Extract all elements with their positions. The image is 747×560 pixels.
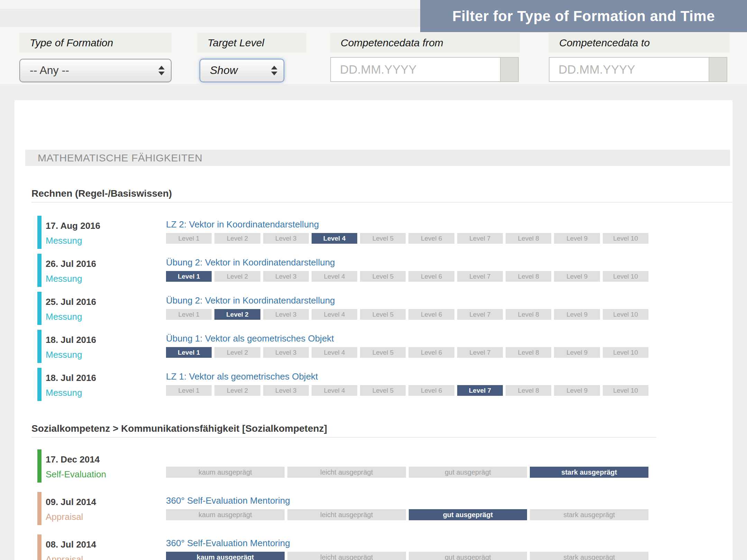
group-title: Rechnen (Regel-/Basiswissen) (31, 188, 732, 199)
level-pill: Level 10 (603, 309, 648, 320)
target-level-value: Show (210, 64, 238, 76)
entry-title-link[interactable]: Übung 2: Vektor in Koordinatendarstellun… (166, 257, 732, 271)
level-pill: Level 8 (506, 271, 551, 282)
entry-type-bar (37, 534, 42, 560)
level-pill: Level 2 (214, 385, 260, 396)
entry-main: Übung 2: Vektor in Koordinatendarstellun… (166, 292, 732, 325)
entry-date: 25. Jul 2016 (46, 297, 166, 307)
level-pill: Level 6 (408, 309, 454, 320)
level-pill: Level 1 (166, 233, 212, 244)
level-scale: kaum ausgeprägtleicht ausgeprägtgut ausg… (166, 552, 648, 560)
level-pill: Level 4 (312, 309, 357, 320)
competence-profile-page: Filter for Type of Formation and Time Ty… (0, 0, 747, 560)
competence-groups: Rechnen (Regel-/Basiswissen) 17. Aug 201… (15, 188, 732, 560)
group-divider (31, 437, 656, 438)
entry-date: 18. Jul 2016 (46, 373, 166, 383)
entry-type-bar (37, 254, 42, 287)
level-pill: Level 6 (408, 385, 454, 396)
group-title: Sozialkompetenz > Kommunikationsfähigkei… (31, 423, 732, 434)
entry-meta: 17. Dec 2014 Self-Evaluation (42, 449, 166, 483)
entry-main: kaum ausgeprägtleicht ausgeprägtgut ausg… (166, 449, 732, 483)
entry-title-link[interactable]: LZ 1: Vektor als geometrisches Objekt (166, 371, 732, 385)
entry-title-link (166, 453, 732, 467)
entry-main: LZ 2: Vektor in Koordinatendarstellung L… (166, 216, 732, 249)
date-to-input[interactable] (550, 58, 709, 81)
level-pill: Level 8 (506, 385, 551, 396)
level-pill: Level 5 (360, 271, 406, 282)
entry-date: 17. Dec 2014 (46, 454, 166, 465)
level-pill: Level 8 (506, 309, 551, 320)
spinner-arrows-icon (158, 66, 165, 75)
section-header: MATHEMATISCHE FÄHIGKEITEN (25, 150, 730, 166)
entry-title-link[interactable]: Übung 2: Vektor in Koordinatendarstellun… (166, 295, 732, 309)
competence-entry: 08. Jul 2014 Appraisal 360° Self-Evaluat… (37, 534, 732, 560)
entry-title-link[interactable]: 360° Self-Evaluation Mentoring (166, 538, 732, 552)
entry-type-label: Messung (46, 235, 166, 246)
level-pill: Level 10 (603, 271, 648, 282)
level-pill: Level 4 (312, 347, 357, 358)
level-pill: stark ausgeprägt (530, 509, 648, 520)
level-pill: Level 4 (312, 271, 357, 282)
level-pill: gut ausgeprägt (409, 467, 527, 478)
level-pill: Level 2 (214, 233, 260, 244)
entry-title-link[interactable]: Übung 1: Vektor als geometrisches Objekt (166, 333, 732, 347)
level-pill: stark ausgeprägt (530, 552, 648, 560)
entry-meta: 26. Jul 2016 Messung (42, 254, 166, 287)
entry-meta: 17. Aug 2016 Messung (42, 216, 166, 249)
level-pill-selected: stark ausgeprägt (530, 467, 648, 478)
calendar-button[interactable] (709, 58, 727, 81)
entry-type-label: Messung (46, 349, 166, 360)
competence-entry: 17. Dec 2014 Self-Evaluation kaum ausgep… (37, 449, 732, 483)
level-pill-selected: Level 1 (166, 271, 212, 282)
level-scale: Level 1Level 2Level 3Level 4Level 5Level… (166, 309, 648, 320)
entry-type-label: Appraisal (46, 512, 166, 522)
entry-title-link[interactable]: 360° Self-Evaluation Mentoring (166, 495, 732, 509)
level-pill: Level 10 (603, 347, 648, 358)
date-from-input[interactable] (331, 58, 500, 81)
level-pill: Level 5 (360, 233, 406, 244)
level-pill: Level 7 (457, 347, 503, 358)
level-scale: Level 1Level 2Level 3Level 4Level 5Level… (166, 347, 648, 358)
entry-main: 360° Self-Evaluation Mentoring kaum ausg… (166, 534, 732, 560)
competence-entry: 26. Jul 2016 Messung Übung 2: Vektor in … (37, 254, 732, 287)
calendar-button[interactable] (500, 58, 518, 81)
level-pill: Level 9 (554, 233, 600, 244)
spinner-arrows-icon (271, 66, 277, 75)
level-scale: kaum ausgeprägtleicht ausgeprägtgut ausg… (166, 509, 648, 520)
target-level-select[interactable]: Show (200, 59, 284, 82)
level-pill: Level 3 (263, 309, 309, 320)
level-pill: Level 6 (408, 347, 454, 358)
level-pill: Level 10 (603, 233, 648, 244)
level-pill: Level 1 (166, 309, 212, 320)
entry-type-bar (37, 216, 42, 249)
level-pill: Level 5 (360, 347, 406, 358)
level-pill: kaum ausgeprägt (166, 467, 285, 478)
entry-date: 26. Jul 2016 (46, 259, 166, 269)
entry-meta: 08. Jul 2014 Appraisal (42, 534, 166, 560)
entry-main: Übung 1: Vektor als geometrisches Objekt… (166, 330, 732, 363)
entry-title-link[interactable]: LZ 2: Vektor in Koordinatendarstellung (166, 219, 732, 233)
entry-date: 09. Jul 2014 (46, 497, 166, 507)
entry-type-label: Messung (46, 311, 166, 322)
date-to-group (549, 57, 727, 82)
competence-group: Rechnen (Regel-/Basiswissen) 17. Aug 201… (15, 188, 732, 401)
level-pill: Level 3 (263, 347, 309, 358)
level-pill: Level 10 (603, 385, 648, 396)
entry-date: 08. Jul 2014 (46, 539, 166, 550)
entry-main: LZ 1: Vektor als geometrisches Objekt Le… (166, 368, 732, 401)
level-pill: Level 2 (214, 347, 260, 358)
type-of-formation-select[interactable]: -- Any -- (19, 59, 172, 82)
entry-type-label: Self-Evaluation (46, 469, 166, 480)
entry-type-label: Messung (46, 388, 166, 398)
level-pill-selected: Level 7 (457, 385, 503, 396)
entry-list: 17. Dec 2014 Self-Evaluation kaum ausgep… (37, 449, 732, 560)
level-pill: Level 8 (506, 347, 551, 358)
level-scale: kaum ausgeprägtleicht ausgeprägtgut ausg… (166, 467, 648, 478)
entry-type-bar (37, 330, 42, 363)
level-pill: Level 9 (554, 385, 600, 396)
level-pill: Level 7 (457, 309, 503, 320)
level-pill: gut ausgeprägt (409, 552, 527, 560)
level-pill: leicht ausgeprägt (287, 509, 406, 520)
content-panel: MATHEMATISCHE FÄHIGKEITEN Rechnen (Regel… (15, 100, 732, 560)
level-pill: Level 5 (360, 385, 406, 396)
